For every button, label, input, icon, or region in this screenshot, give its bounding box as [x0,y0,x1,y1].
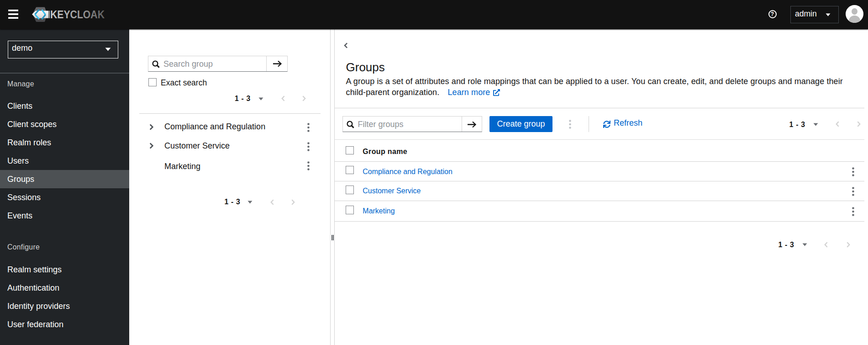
svg-text:KEYCLOAK: KEYCLOAK [50,8,105,21]
